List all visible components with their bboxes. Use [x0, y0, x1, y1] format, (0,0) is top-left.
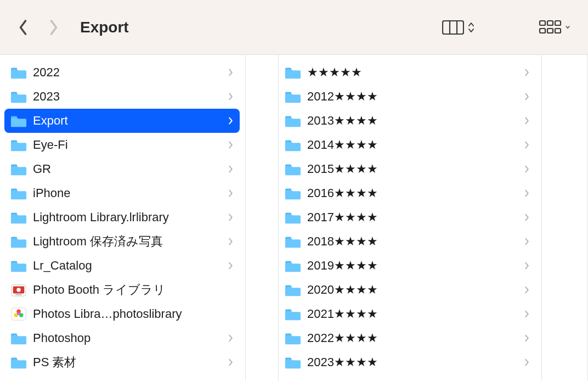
- columns-icon: [442, 20, 464, 35]
- chevron-right-icon: [524, 116, 530, 126]
- folder-name: Photo Booth ライブラリ: [33, 282, 234, 298]
- photos-icon: [10, 305, 27, 323]
- folder-icon: [10, 257, 27, 274]
- folder-row[interactable]: Export: [4, 109, 240, 133]
- chevron-right-icon: [524, 285, 530, 295]
- folder-row[interactable]: 2015★★★★: [279, 157, 536, 181]
- folder-row[interactable]: 2013★★★★: [279, 109, 536, 133]
- folder-name: 2016★★★★: [307, 186, 524, 200]
- nav-arrows: [15, 20, 61, 35]
- folder-row[interactable]: 2014★★★★: [279, 133, 536, 157]
- folder-icon: [10, 354, 27, 371]
- view-columns-button[interactable]: [440, 18, 477, 37]
- folder-icon: [10, 88, 27, 105]
- forward-button[interactable]: [46, 20, 61, 35]
- folder-icon: [284, 329, 302, 347]
- chevron-right-icon: [228, 188, 234, 198]
- folder-name: PS 素材: [33, 354, 228, 371]
- svg-rect-6: [540, 29, 545, 33]
- folder-row[interactable]: Lightroom Library.lrlibrary: [4, 205, 240, 229]
- folder-row[interactable]: Eye-Fi: [4, 133, 240, 157]
- folder-icon: [284, 136, 302, 154]
- svg-rect-3: [540, 21, 545, 25]
- chevron-right-icon: [524, 237, 530, 246]
- folder-name: 2015★★★★: [307, 162, 524, 176]
- svg-rect-5: [555, 21, 561, 25]
- folder-name: 2022: [33, 65, 228, 80]
- folder-name: 2022★★★★: [307, 331, 524, 345]
- folder-name: 2023: [33, 89, 228, 104]
- column-parent[interactable]: 2022 2023 Export Eye-Fi GR iPhone Lightr…: [0, 55, 246, 381]
- svg-rect-0: [443, 21, 463, 34]
- folder-row[interactable]: 2012★★★★: [279, 85, 536, 109]
- column-view: 2022 2023 Export Eye-Fi GR iPhone Lightr…: [0, 55, 588, 381]
- folder-row[interactable]: 2020★★★★: [279, 278, 536, 302]
- folder-row[interactable]: 2023★★★★: [279, 350, 536, 374]
- chevron-right-icon: [228, 261, 234, 271]
- folder-name: Photoshop: [33, 331, 228, 345]
- chevron-left-icon: [17, 19, 29, 36]
- folder-row[interactable]: Photo Booth ライブラリ: [4, 278, 240, 302]
- folder-row[interactable]: 2022★★★★: [279, 326, 536, 350]
- folder-icon: [284, 160, 302, 178]
- folder-icon: [284, 64, 302, 81]
- window-title: Export: [80, 19, 129, 36]
- folder-row[interactable]: 2018★★★★: [279, 229, 536, 254]
- chevron-right-icon: [228, 212, 234, 222]
- folder-row[interactable]: 2017★★★★: [279, 205, 536, 229]
- folder-icon: [284, 209, 302, 226]
- chevron-down-icon: [565, 21, 570, 33]
- folder-row[interactable]: 2021★★★★: [279, 302, 536, 326]
- chevron-right-icon: [228, 333, 234, 343]
- folder-name: 2021★★★★: [307, 307, 524, 321]
- folder-icon: [10, 160, 27, 178]
- folder-name: 2013★★★★: [307, 114, 524, 128]
- chevron-right-icon: [228, 164, 234, 174]
- svg-point-17: [17, 312, 20, 315]
- svg-rect-12: [15, 294, 21, 295]
- view-controls: [440, 18, 573, 37]
- folder-icon: [10, 329, 27, 347]
- folder-row[interactable]: Photoshop: [4, 326, 240, 350]
- column-child[interactable]: ★★★★★ 2012★★★★ 2013★★★★ 2014★★★★ 2015★★★…: [279, 55, 542, 381]
- folder-name: 2019★★★★: [307, 259, 524, 273]
- folder-row[interactable]: ★★★★★: [279, 60, 536, 85]
- back-button[interactable]: [15, 20, 31, 35]
- folder-row[interactable]: 2019★★★★: [279, 254, 536, 278]
- chevron-right-icon: [524, 333, 530, 343]
- folder-row[interactable]: Lightroom 保存済み写真: [4, 229, 240, 254]
- photobooth-icon: [10, 281, 27, 299]
- folder-name: 2017★★★★: [307, 210, 524, 225]
- folder-icon: [284, 354, 302, 371]
- folder-name: Export: [33, 114, 228, 128]
- toolbar: Export: [0, 0, 588, 55]
- chevron-right-icon: [524, 261, 530, 271]
- chevron-right-icon: [228, 116, 234, 126]
- folder-icon: [284, 112, 302, 130]
- finder-window: Export: [0, 0, 588, 381]
- folder-name: Photos Libra…photoslibrary: [33, 307, 234, 321]
- folder-icon: [10, 136, 27, 154]
- folder-name: Lr_Catalog: [33, 259, 228, 273]
- folder-row[interactable]: iPhone: [4, 181, 240, 205]
- folder-row[interactable]: 2016★★★★: [279, 181, 536, 205]
- chevron-right-icon: [524, 212, 530, 222]
- chevron-right-icon: [524, 92, 530, 102]
- folder-row[interactable]: PS 素材: [4, 350, 240, 374]
- folder-icon: [10, 209, 27, 226]
- folder-row[interactable]: 2022: [4, 60, 240, 85]
- chevron-updown-icon: [467, 21, 475, 33]
- folder-icon: [10, 184, 27, 202]
- folder-name: Eye-Fi: [33, 138, 228, 152]
- gallery-icon: [539, 20, 562, 35]
- folder-row[interactable]: GR: [4, 157, 240, 181]
- folder-icon: [10, 233, 27, 250]
- chevron-right-icon: [524, 68, 530, 77]
- folder-row[interactable]: Photos Libra…photoslibrary: [4, 302, 240, 326]
- view-gallery-button[interactable]: [536, 18, 573, 37]
- chevron-right-icon: [228, 68, 234, 77]
- folder-name: iPhone: [33, 186, 228, 200]
- chevron-right-icon: [524, 309, 530, 319]
- folder-row[interactable]: 2023: [4, 85, 240, 109]
- folder-row[interactable]: Lr_Catalog: [4, 254, 240, 278]
